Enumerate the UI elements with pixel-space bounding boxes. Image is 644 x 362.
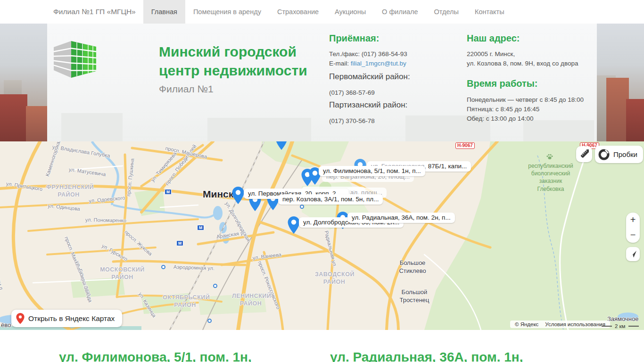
place-label-evo: ёво	[1, 321, 11, 329]
metro-icon: М	[176, 240, 183, 246]
map-pin[interactable]	[275, 141, 288, 150]
ruler-button[interactable]	[576, 146, 592, 162]
nav-item-kontakty[interactable]: Контакты	[467, 0, 512, 24]
yandex-pin-icon	[16, 313, 25, 324]
listing-title-filimonova[interactable]: ул. Филимонова, 5/1, пом. 1н, площадью	[59, 350, 323, 362]
pervomaysky-phone: (017) 368-57-69	[329, 89, 375, 96]
map-dot	[161, 265, 165, 269]
traffic-label: Пробки	[613, 150, 637, 158]
org-title-line2: центр недвижимости	[159, 61, 307, 80]
map-dot	[213, 284, 217, 288]
email-line: E-mail: filial_1mgcn@tut.by	[329, 60, 406, 67]
map-dot	[300, 205, 304, 209]
scale-label: 2 км	[615, 323, 626, 329]
nav-item-otdely[interactable]: Отделы	[426, 0, 467, 24]
hours-line2: Пятница: с 8:45 до 16:45	[467, 106, 539, 113]
org-title: Минский городской центр недвижимости	[159, 42, 307, 80]
nav-item-aukciony[interactable]: Аукционы	[327, 0, 374, 24]
hours-line1: Понедельник — четверг с 8:45 до 18:00	[467, 96, 584, 103]
hours-line3: Обед: с 13:00 до 14:00	[467, 115, 534, 122]
address-line1: 220005 г. Минск,	[467, 50, 515, 58]
header-banner: Минский городской центр недвижимости Фил…	[47, 24, 597, 141]
nav-item-pomeshcheniya[interactable]: Помещения в аренду	[185, 0, 269, 24]
district-label-oktyabrsky: ОКТЯБРЬСКИЙ РАЙОН	[163, 294, 207, 309]
email-label: E-mail:	[329, 60, 349, 67]
open-in-yandex-maps-label: Открыть в Яндекс Картах	[28, 314, 115, 323]
nav-item-o-filiale[interactable]: О филиале	[374, 0, 426, 24]
reception-phone: Тел./факс: (017) 368-54-93	[329, 50, 407, 58]
partizansky-heading: Партизанский район:	[329, 100, 407, 110]
city-photo-right	[597, 24, 644, 141]
zoom-in-button[interactable]: +	[626, 213, 640, 228]
company-logo	[53, 41, 97, 79]
hours-heading: Время работы:	[467, 78, 538, 89]
listing-title-radialnaya[interactable]: ул. Радиальная, 36А, пом. 1н, площадью	[330, 350, 594, 362]
place-label-trostenec: Большой Тростенец	[395, 288, 434, 304]
open-in-yandex-maps-button[interactable]: Открыть в Яндекс Картах	[11, 310, 122, 327]
brand: Филиал №1 ГП «МГЦН»	[53, 0, 136, 24]
zoom-out-button[interactable]: −	[626, 228, 640, 243]
yandex-map[interactable]: Каменногорская ул. Владислава Голубка ул…	[0, 141, 644, 330]
nature-reserve-label: республиканский биологический заказник Г…	[522, 162, 579, 193]
terms-of-use-link[interactable]: Условия использования	[545, 321, 605, 327]
nav-item-strahovanie[interactable]: Страхование	[269, 0, 327, 24]
city-photo-left	[0, 24, 47, 141]
page: Филиал №1 ГП «МГЦН» Главная Помещения в …	[0, 0, 644, 362]
ruler-icon	[579, 149, 589, 159]
district-label-leninsky: ЛЕНИНСКИЙ РАЙОН	[232, 293, 270, 307]
branch-subtitle: Филиал №1	[159, 83, 214, 95]
yandex-copyright-link[interactable]: © Яндекс	[515, 321, 538, 327]
address-heading: Наш адрес:	[467, 33, 520, 44]
listing-label-filimonova[interactable]: ул. Филимонова, 5/1, пом. 1н, п...	[319, 166, 425, 176]
map-pin[interactable]	[288, 216, 300, 234]
paw-icon	[546, 153, 553, 160]
traffic-button[interactable]: Пробки	[595, 146, 643, 163]
email-link[interactable]: filial_1mgcn@tut.by	[351, 60, 406, 67]
place-label-stiklevo: Большое Стиклево	[394, 259, 431, 275]
geolocation-icon	[629, 250, 637, 258]
top-nav: Филиал №1 ГП «МГЦН» Главная Помещения в …	[0, 0, 644, 24]
map-scale: 2 км	[602, 323, 639, 329]
listing-label-radialnaya[interactable]: ул. Радиальная, 36А, пом. 2н, п...	[347, 213, 455, 223]
scale-line	[602, 326, 612, 327]
pervomaysky-heading: Первомайский район:	[329, 72, 410, 82]
listing-label-main-part: 87Б/1, капи...	[428, 163, 467, 170]
metro-icon: М	[197, 225, 204, 230]
partizansky-phone: (017) 370-56-78	[329, 117, 375, 124]
district-label-zavodskoy: ЗАВОДСКОЙ РАЙОН	[315, 271, 354, 286]
map-attribution: © Яндекс Условия использования	[510, 321, 610, 328]
address-line2: ул. Козлова 8, пом. 9Н, вход со двора	[467, 60, 578, 67]
scale-line	[628, 326, 639, 327]
district-label-moskovsky: МОСКОВСКИЙ РАЙОН	[100, 266, 145, 281]
traffic-icon	[598, 148, 610, 161]
header: Минский городской центр недвижимости Фил…	[0, 24, 644, 141]
listing-label-kozlova[interactable]: пер. Козлова, 3А/1, пом. 5н, пл...	[278, 194, 383, 205]
nav-item-glavnaya[interactable]: Главная	[143, 0, 185, 24]
map-pin[interactable]	[232, 187, 244, 205]
district-label-frunzensky: ФРУНЗЕНСКИЙ РАЙОН	[46, 184, 91, 198]
metro-icon: М	[165, 189, 172, 195]
street-label: ул. Пономаренко	[85, 217, 126, 223]
map-dot	[207, 319, 212, 323]
reception-heading: Приёмная:	[329, 33, 379, 44]
road-badge: Н-9067	[455, 142, 475, 149]
geolocation-button[interactable]	[626, 247, 640, 261]
org-title-line1: Минский городской	[159, 42, 307, 61]
place-label-zayamochnoe: Заямочное	[607, 315, 638, 323]
city-label-minsk: Минск	[203, 189, 233, 200]
listings-section: ул. Филимонова, 5/1, пом. 1н, площадью у…	[0, 330, 644, 362]
zoom-control: + −	[626, 213, 640, 243]
